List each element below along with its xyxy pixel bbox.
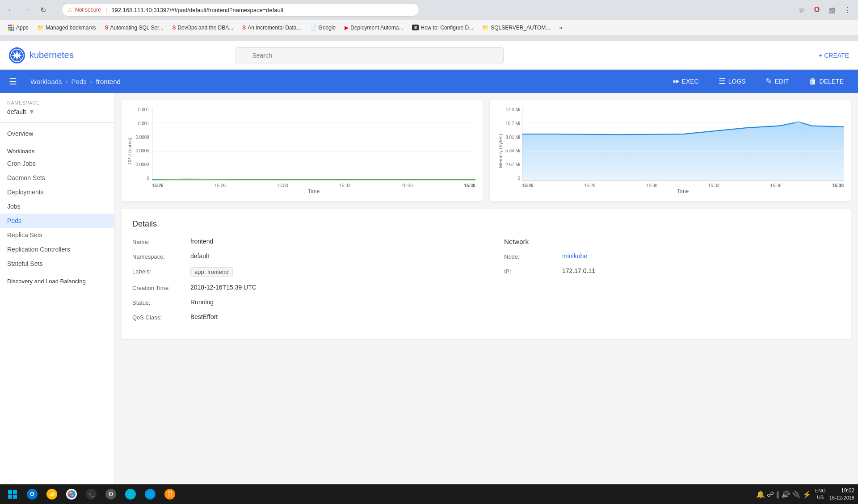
sidebar-workloads-title: Workloads bbox=[0, 144, 114, 156]
taskbar-explorer[interactable]: 📁 bbox=[43, 486, 61, 502]
outlook-icon: O bbox=[27, 489, 38, 500]
sidebar: Namespace default ▼ Overview Workloads C… bbox=[0, 93, 114, 504]
bookmark-deployment[interactable]: ▶ Deployment Automa... bbox=[341, 23, 407, 32]
detail-qos-row: QoS Class: BestEffort bbox=[132, 313, 486, 321]
sidebar-item-deployments[interactable]: Deployments bbox=[0, 185, 114, 199]
breadcrumb: Workloads › Pods › frontend bbox=[30, 78, 121, 85]
breadcrumb-pods[interactable]: Pods bbox=[72, 78, 87, 85]
taskbar-cube[interactable]: ▫ bbox=[122, 486, 139, 502]
cpu-y-tick-5: 0.001 bbox=[138, 107, 149, 112]
bookmark-howto[interactable]: m How to: Configure D... bbox=[408, 23, 477, 32]
locale-clock: ENG US 19:02 16-12-2018 bbox=[815, 487, 854, 501]
exec-label: EXEC bbox=[682, 78, 699, 85]
sidebar-deployments-label: Deployments bbox=[7, 189, 44, 196]
breadcrumb-workloads[interactable]: Workloads bbox=[30, 78, 62, 85]
sidebar-item-replicationcontrollers[interactable]: Replication Controllers bbox=[0, 242, 114, 256]
node-value[interactable]: minikube bbox=[562, 252, 587, 260]
namespace-value: default bbox=[7, 108, 26, 115]
namespace-detail-value: default bbox=[190, 252, 209, 260]
taskbar-volume-icon[interactable]: 🔊 bbox=[781, 490, 790, 499]
cube-icon: ▫ bbox=[125, 489, 136, 500]
cpu-y-tick-0: 0 bbox=[147, 176, 149, 181]
name-label: Name: bbox=[132, 238, 190, 245]
bookmark-sql[interactable]: S Automating SQL Ser... bbox=[101, 23, 167, 32]
windows-icon bbox=[8, 490, 17, 499]
sidebar-item-jobs[interactable]: Jobs bbox=[0, 199, 114, 214]
sidebar-item-daemonsets[interactable]: Daemon Sets bbox=[0, 171, 114, 185]
details-left: Name: frontend Namespace: default Labels… bbox=[132, 238, 486, 328]
taskbar-right: 🔔 ☍ ∥ 🔊 🔌 ⚡ ENG US 19:02 16-12-2018 bbox=[756, 487, 854, 501]
taskbar-chrome[interactable] bbox=[63, 486, 80, 502]
bookmark-sql-label: Automating SQL Ser... bbox=[110, 25, 163, 31]
detail-namespace-row: Namespace: default bbox=[132, 252, 486, 260]
exec-button[interactable]: ➠ EXEC bbox=[667, 74, 704, 89]
bookmark-sqlserver[interactable]: 📁 SQLSERVER_AUTOM... bbox=[479, 23, 554, 32]
bookmark-more[interactable]: » bbox=[555, 23, 566, 32]
taskbar-settings[interactable]: ⚙ bbox=[102, 486, 120, 502]
taskbar-files[interactable]: 🗄 bbox=[161, 486, 179, 502]
sidebar-rc-label: Replication Controllers bbox=[7, 246, 70, 253]
namespace-select[interactable]: default ▼ bbox=[7, 108, 107, 115]
sidebar-item-overview[interactable]: Overview bbox=[0, 126, 114, 141]
details-card: Details Name: frontend Namespace: defaul… bbox=[122, 209, 851, 339]
memory-chart-card: 0 2.67 Mi 5.34 Mi 8.01 Mi 10.7 Mi 12.0 M… bbox=[490, 100, 851, 202]
creation-label: Creation Time: bbox=[132, 284, 190, 291]
svg-rect-14 bbox=[8, 495, 12, 499]
taskbar-notifications-icon[interactable]: 🔔 bbox=[756, 490, 765, 499]
cpu-x-tick-3: 15:30 bbox=[277, 183, 288, 188]
bookmark-howto-label: How to: Configure D... bbox=[421, 25, 473, 31]
mem-y-tick-2: 5.34 Mi bbox=[505, 148, 520, 153]
system-icons: 🔔 ☍ ∥ 🔊 🔌 ⚡ bbox=[756, 490, 812, 499]
sidebar-item-statefulsets[interactable]: Stateful Sets bbox=[0, 256, 114, 271]
bookmark-google[interactable]: 📄 Google bbox=[307, 23, 340, 32]
locale-info: ENG US bbox=[815, 487, 826, 501]
security-icon: ⚠ bbox=[67, 7, 72, 13]
logs-label: LOGS bbox=[728, 78, 746, 85]
bookmark-yt-icon: ▶ bbox=[345, 25, 349, 31]
bookmark-devops-label: DevOps and the DBA... bbox=[177, 25, 233, 31]
search-input[interactable] bbox=[236, 47, 504, 63]
bookmark-apps[interactable]: Apps bbox=[4, 23, 32, 32]
bookmark-star-icon[interactable]: ☆ bbox=[795, 4, 808, 16]
mem-x-tick-4: 15:33 bbox=[708, 183, 719, 188]
bookmark-devops[interactable]: S DevOps and the DBA... bbox=[168, 23, 237, 32]
detail-name-row: Name: frontend bbox=[132, 238, 486, 245]
taskbar-start-button[interactable] bbox=[4, 486, 21, 502]
extension-icon[interactable]: ▧ bbox=[826, 4, 838, 16]
sidebar-item-replicasets[interactable]: Replica Sets bbox=[0, 228, 114, 242]
opera-icon[interactable]: O bbox=[811, 4, 823, 16]
taskbar-wifi-icon[interactable]: 🔌 bbox=[792, 490, 801, 499]
sidebar-item-cronjobs[interactable]: Cron Jobs bbox=[0, 156, 114, 171]
address-bar[interactable]: ⚠ Not secure | 192.168.111.40:31397/#!/p… bbox=[62, 3, 419, 17]
detail-creation-row: Creation Time: 2018-12-16T15:39 UTC bbox=[132, 284, 486, 291]
taskbar-terminal[interactable]: >_ bbox=[82, 486, 100, 502]
qos-value: BestEffort bbox=[190, 313, 218, 320]
menu-icon[interactable]: ⋮ bbox=[841, 4, 854, 16]
back-button[interactable]: ← bbox=[4, 4, 17, 16]
clock: 19:02 16-12-2018 bbox=[829, 487, 854, 501]
taskbar-outlook[interactable]: O bbox=[23, 486, 41, 502]
exec-icon: ➠ bbox=[673, 76, 679, 86]
taskbar-network-icon[interactable]: ∥ bbox=[776, 490, 779, 499]
bookmark-devops-icon: S bbox=[172, 25, 176, 31]
forward-button[interactable]: → bbox=[21, 4, 33, 16]
create-button[interactable]: + CREATE bbox=[819, 52, 849, 59]
edit-button[interactable]: ✎ EDIT bbox=[760, 74, 795, 89]
taskbar-shield-icon[interactable]: ☍ bbox=[767, 490, 774, 499]
content-area: 0 0.0003 0.0005 0.0008 0.001 0.001 bbox=[114, 93, 858, 504]
delete-button[interactable]: 🗑 DELETE bbox=[803, 74, 849, 89]
logs-button[interactable]: ☰ LOGS bbox=[713, 74, 751, 89]
hamburger-icon[interactable]: ☰ bbox=[9, 76, 17, 87]
sidebar-item-pods[interactable]: Pods bbox=[0, 214, 114, 228]
delete-icon: 🗑 bbox=[809, 77, 817, 86]
sidebar-daemonsets-label: Daemon Sets bbox=[7, 174, 45, 181]
namespace-section: Namespace default ▼ bbox=[0, 100, 114, 123]
bookmark-managed[interactable]: 📁 Managed bookmarks bbox=[34, 23, 99, 32]
bookmark-incremental[interactable]: S An Incremental Data... bbox=[239, 23, 304, 32]
files-icon: 🗄 bbox=[164, 489, 175, 500]
taskbar-globe[interactable]: 🌐 bbox=[141, 486, 159, 502]
mem-y-tick-4: 10.7 Mi bbox=[505, 121, 520, 126]
taskbar-bluetooth-icon[interactable]: ⚡ bbox=[803, 490, 812, 499]
sidebar-statefulsets-label: Stateful Sets bbox=[7, 260, 42, 267]
reload-button[interactable]: ↻ bbox=[37, 4, 49, 16]
